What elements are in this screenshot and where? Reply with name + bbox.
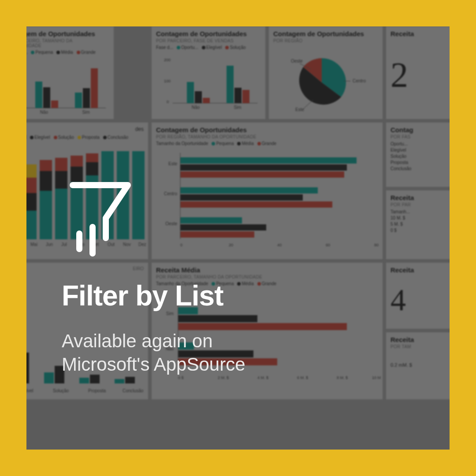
svg-text:0 $: 0 $	[178, 376, 184, 380]
big-number: 4	[390, 283, 448, 318]
svg-text:Sim: Sim	[82, 110, 89, 115]
chart-top-b: 200 100 0 Não Sim	[156, 52, 262, 110]
values: Tamanh... 10 M. $ 5 M. $ 0 $	[390, 209, 448, 234]
tile-subtitle: POR REGIÃO, TAMANHO DA OPORTUNIDADE	[156, 134, 378, 139]
svg-rect-39	[40, 191, 52, 239]
tile-title: Receita	[390, 30, 448, 37]
chart-top-a: 100 0 Não Sim	[26, 57, 110, 115]
svg-rect-17	[203, 98, 210, 103]
svg-rect-38	[40, 171, 52, 191]
svg-rect-4	[43, 87, 50, 108]
svg-rect-47	[86, 162, 98, 175]
svg-rect-21	[242, 90, 249, 103]
tile-receita-2: Receita POR PAR Tamanh... 10 M. $ 5 M. $…	[386, 190, 450, 259]
tile-top-a: Contagem de Oportunidades POR PARCEIRO, …	[26, 26, 114, 119]
svg-text:Não: Não	[192, 105, 200, 110]
svg-rect-35	[26, 193, 37, 211]
svg-text:Oeste: Oeste	[291, 59, 303, 63]
svg-rect-3	[35, 82, 42, 108]
tile-title: Contagem de Oportunidades	[26, 30, 109, 37]
svg-text:60: 60	[326, 243, 330, 247]
svg-rect-15	[187, 82, 194, 103]
svg-rect-63	[180, 164, 347, 171]
svg-rect-84	[90, 375, 100, 383]
svg-rect-19	[227, 66, 234, 103]
svg-rect-83	[79, 378, 89, 383]
tile-receita-3: Receita 4	[386, 263, 450, 329]
svg-text:Mai: Mai	[30, 242, 37, 247]
svg-text:200: 200	[164, 58, 171, 62]
svg-text:Sim: Sim	[234, 105, 241, 110]
svg-text:Este: Este	[168, 161, 177, 166]
chart-pie: Oeste Centro Este	[273, 45, 379, 115]
svg-rect-7	[75, 93, 82, 108]
svg-rect-43	[71, 156, 83, 167]
svg-rect-5	[51, 100, 58, 108]
tile-title: Contagem de Oportunidades	[156, 126, 378, 134]
svg-text:4 M. $: 4 M. $	[257, 376, 268, 380]
funnel-icon	[62, 176, 141, 264]
fase-list: Oportu... Elegível Solução Proposta Conc…	[390, 141, 448, 172]
legend: Tamanho ... Pequena Média Grande	[26, 50, 109, 55]
tile-subtitle: POR PARCEIRO, FASE DE VENDAS	[156, 38, 261, 43]
svg-text:Solução: Solução	[53, 388, 69, 393]
tile-title: Receita	[390, 266, 448, 274]
svg-text:80: 80	[374, 243, 379, 247]
svg-rect-36	[26, 211, 37, 239]
svg-text:40: 40	[277, 243, 282, 247]
svg-rect-9	[91, 68, 98, 108]
svg-rect-8	[83, 88, 90, 108]
svg-text:Elegível: Elegível	[26, 388, 33, 393]
svg-text:Proposta: Proposta	[88, 388, 106, 393]
svg-line-28	[303, 100, 313, 109]
svg-text:Este: Este	[295, 107, 304, 112]
svg-rect-85	[115, 379, 124, 383]
tile-receita-4: Receita POR TAM 0.2 mM. $	[386, 332, 450, 399]
tile-title: Contagem de Oportunidades	[156, 30, 261, 37]
tile-contag: Contag POR FAS Oportu... Elegível Soluçã…	[386, 123, 450, 187]
svg-text:8 M. $: 8 M. $	[337, 376, 348, 380]
svg-rect-46	[86, 153, 98, 162]
svg-rect-34	[26, 178, 37, 193]
svg-rect-62	[180, 157, 357, 164]
legend: Tamanho da Oportunidade Pequena Média Gr…	[156, 141, 378, 146]
svg-text:2 M. $: 2 M. $	[218, 376, 229, 380]
svg-text:Não: Não	[40, 110, 48, 115]
svg-text:0: 0	[167, 100, 169, 104]
legend: potencial Elegível Solução Proposta Conc…	[26, 135, 144, 140]
tile-title: Receita	[390, 194, 448, 201]
overlay-subtitle: Available again on Microsoft's AppSource	[62, 330, 245, 376]
svg-rect-86	[125, 377, 135, 383]
legend: Fase d... Oportu... Elegível Solução	[156, 45, 261, 50]
overlay-title: Filter by List	[62, 279, 245, 312]
svg-text:6 M. $: 6 M. $	[297, 376, 308, 380]
svg-rect-40	[55, 158, 67, 171]
tile-pie: Contagem de Oportunidades POR REGIÃO Oes…	[269, 26, 383, 119]
tile-title: Contagem de Oportunidades	[273, 30, 378, 37]
svg-rect-81	[44, 372, 54, 383]
tile-title: Receita	[390, 336, 448, 343]
svg-rect-20	[234, 88, 242, 103]
overlay-content: Filter by List Available again on Micros…	[62, 176, 245, 376]
tile-title: Contag	[390, 126, 448, 134]
svg-text:Conclusão: Conclusão	[123, 388, 144, 393]
tile-subtitle: POR REGIÃO	[273, 38, 378, 43]
svg-rect-16	[195, 91, 202, 103]
svg-text:Centro: Centro	[353, 78, 366, 83]
tile-receita-1: Receita 2	[386, 26, 450, 119]
svg-text:100: 100	[164, 79, 171, 83]
tile-subtitle: POR PARCEIRO, TAMANHO DA OPORTUNIDADE	[26, 38, 109, 48]
svg-rect-33	[26, 164, 37, 178]
tile-top-b: Contagem de Oportunidades POR PARCEIRO, …	[152, 26, 265, 119]
svg-text:10 M. $: 10 M. $	[372, 376, 381, 380]
svg-text:Jun: Jun	[46, 242, 53, 247]
big-number: 2	[390, 55, 448, 95]
svg-rect-80	[26, 353, 29, 383]
svg-rect-37	[40, 160, 52, 171]
